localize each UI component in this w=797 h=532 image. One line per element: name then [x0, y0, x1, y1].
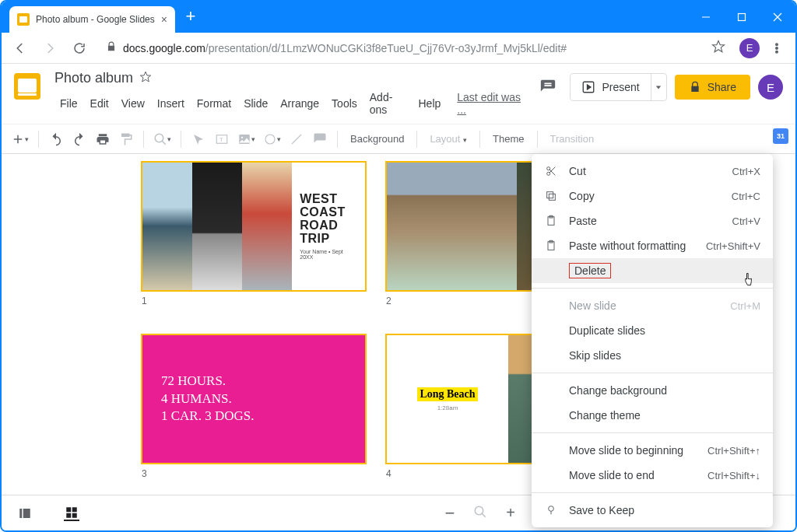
menu-format[interactable]: Format	[191, 94, 237, 113]
menu-help[interactable]: Help	[413, 94, 446, 113]
chrome-menu-button[interactable]	[764, 36, 789, 61]
undo-button[interactable]	[45, 128, 67, 150]
window-titlebar: Photo album - Google Slides × +	[2, 2, 795, 33]
slide1-title-line2: ROAD TRIP	[300, 219, 357, 246]
slide3-line2: 4 HUMANS.	[161, 390, 365, 408]
svg-point-5	[776, 44, 778, 46]
tab-close-button[interactable]: ×	[161, 13, 167, 26]
chrome-profile-avatar[interactable]: E	[739, 38, 760, 58]
share-button[interactable]: Share	[675, 75, 750, 100]
menu-file[interactable]: File	[54, 94, 83, 113]
ctx-move-slide-end[interactable]: Move slide to endCtrl+Shift+↓	[532, 463, 773, 488]
svg-point-17	[241, 136, 243, 138]
svg-marker-8	[140, 72, 150, 82]
ctx-copy[interactable]: CopyCtrl+C	[532, 184, 773, 208]
slide1-title-line1: WEST COAST	[300, 193, 357, 219]
ctx-cut[interactable]: CutCtrl+X	[532, 159, 773, 184]
zoom-button[interactable]: ▾	[150, 128, 174, 150]
window-close-button[interactable]	[760, 2, 795, 33]
ctx-new-slide[interactable]: New slideCtrl+M	[532, 293, 773, 318]
star-document-button[interactable]	[139, 71, 152, 86]
svg-rect-23	[72, 507, 77, 512]
new-slide-toolbar-button[interactable]: ▾	[8, 128, 32, 150]
redo-button[interactable]	[68, 128, 90, 150]
last-edit-link[interactable]: Last edit was ...	[457, 91, 525, 116]
comments-button[interactable]	[534, 73, 562, 101]
browser-tab[interactable]: Photo album - Google Slides ×	[9, 6, 175, 33]
svg-line-30	[549, 170, 555, 175]
theme-button[interactable]: Theme	[486, 133, 530, 145]
slide-number: 1	[142, 296, 366, 306]
reload-button[interactable]	[67, 36, 92, 61]
slide-number: 3	[142, 468, 366, 479]
forward-button[interactable]	[37, 36, 62, 61]
new-tab-button[interactable]: +	[180, 6, 202, 28]
window-minimize-button[interactable]	[688, 2, 724, 33]
present-dropdown-button[interactable]	[651, 74, 666, 100]
photo-placeholder	[142, 163, 192, 290]
zoom-fit-button[interactable]	[473, 505, 487, 522]
menu-insert[interactable]: Insert	[152, 94, 190, 113]
zoom-out-button[interactable]: −	[444, 503, 455, 523]
menu-addons[interactable]: Add-ons	[364, 88, 412, 119]
ctx-move-slide-beginning[interactable]: Move slide to beginningCtrl+Shift+↑	[532, 438, 773, 463]
context-menu: CutCtrl+X CopyCtrl+C PasteCtrl+V Paste w…	[532, 154, 773, 527]
ctx-delete[interactable]: Delete	[532, 258, 773, 283]
svg-rect-20	[19, 509, 22, 518]
svg-rect-22	[66, 507, 71, 512]
ctx-separator	[532, 492, 773, 493]
menu-slide[interactable]: Slide	[238, 94, 273, 113]
menu-arrange[interactable]: Arrange	[275, 94, 325, 113]
select-tool-button[interactable]	[188, 128, 209, 150]
slides-favicon	[17, 13, 30, 26]
calendar-addon-icon[interactable]	[773, 128, 788, 144]
svg-rect-24	[66, 513, 71, 517]
ctx-duplicate-slides[interactable]: Duplicate slides	[532, 318, 773, 343]
print-button[interactable]	[92, 128, 114, 150]
ctx-paste-without-formatting[interactable]: Paste without formattingCtrl+Shift+V	[532, 233, 773, 258]
grid-view-button[interactable]	[64, 506, 79, 521]
side-panel	[766, 121, 795, 144]
layout-button[interactable]: Layout ▾	[423, 133, 473, 145]
back-button[interactable]	[8, 36, 33, 61]
transition-button[interactable]: Transition	[544, 133, 601, 145]
svg-point-38	[549, 506, 554, 512]
bookmark-star-icon[interactable]	[711, 40, 725, 56]
textbox-button[interactable]: T	[211, 128, 233, 150]
image-button[interactable]: ▾	[234, 128, 258, 150]
svg-point-26	[476, 506, 484, 515]
comment-button[interactable]	[309, 128, 331, 150]
ctx-change-theme[interactable]: Change theme	[532, 403, 773, 428]
slide3-line3: 1 CAR. 3 DOGS.	[161, 408, 365, 425]
slides-logo[interactable]	[14, 73, 45, 104]
svg-rect-21	[23, 509, 30, 518]
shape-button[interactable]: ▾	[260, 128, 284, 150]
account-avatar[interactable]: E	[758, 75, 783, 100]
ctx-change-background[interactable]: Change background	[532, 378, 773, 403]
present-button[interactable]: Present	[571, 74, 650, 100]
address-bar-row: docs.google.com/presentation/d/1LmzWONuC…	[2, 33, 795, 64]
slide-thumb-3[interactable]: 72 HOURS. 4 HUMANS. 1 CAR. 3 DOGS.	[142, 334, 366, 464]
slide-thumb-1[interactable]: WEST COAST ROAD TRIP Your Name • Sept 20…	[142, 162, 366, 291]
photo-placeholder	[242, 163, 292, 290]
window-maximize-button[interactable]	[724, 2, 760, 33]
paint-format-button[interactable]	[115, 128, 137, 150]
menu-edit[interactable]: Edit	[85, 94, 114, 113]
line-button[interactable]	[286, 128, 307, 150]
svg-line-19	[292, 135, 301, 144]
svg-line-27	[483, 513, 486, 517]
filmstrip-view-button[interactable]	[17, 506, 33, 521]
address-bar[interactable]: docs.google.com/presentation/d/1LmzWONuC…	[97, 37, 735, 60]
menu-view[interactable]: View	[116, 94, 150, 113]
url-text: docs.google.com/presentation/d/1LmzWONuC…	[123, 42, 705, 54]
menu-tools[interactable]: Tools	[326, 94, 363, 113]
zoom-in-button[interactable]: +	[506, 504, 515, 522]
ctx-save-to-keep[interactable]: Save to Keep	[532, 498, 773, 523]
slide1-subtitle: Your Name • Sept 20XX	[300, 249, 357, 260]
document-title[interactable]: Photo album	[54, 70, 133, 86]
background-button[interactable]: Background	[344, 133, 410, 145]
ctx-separator	[532, 373, 773, 373]
ctx-paste[interactable]: PasteCtrl+V	[532, 208, 773, 233]
ctx-skip-slides[interactable]: Skip slides	[532, 343, 773, 368]
ctx-separator	[532, 432, 773, 433]
